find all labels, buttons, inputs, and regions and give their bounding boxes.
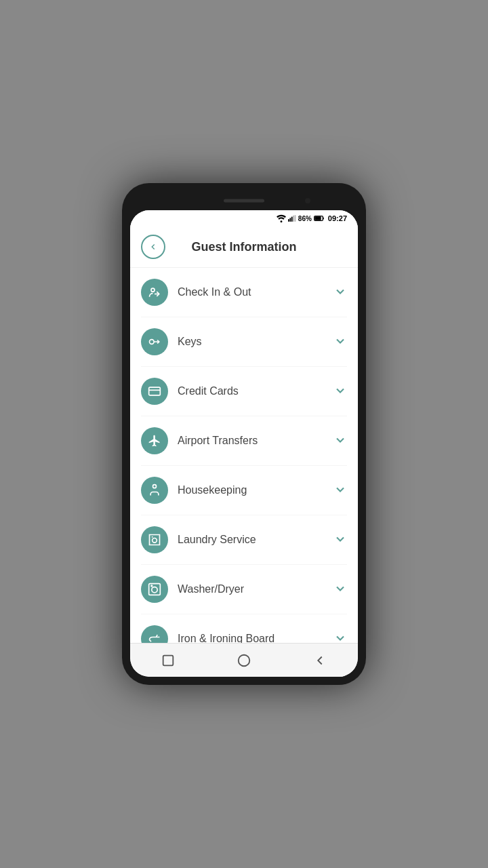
icon-washer-dryer <box>141 576 168 603</box>
phone-frame: 86% 09:27 Guest Information <box>122 183 366 685</box>
chevron-keys-icon <box>333 334 347 350</box>
menu-item-check-in-out[interactable]: Check In & Out <box>141 268 347 317</box>
icon-credit-cards <box>141 378 168 405</box>
menu-label-airport-transfers: Airport Transfers <box>178 435 333 447</box>
svg-rect-1 <box>288 219 289 222</box>
menu-label-laundry-service: Laundry Service <box>178 534 333 546</box>
menu-item-iron-ironing-board[interactable]: Iron & Ironing Board <box>141 614 347 643</box>
menu-label-iron-ironing-board: Iron & Ironing Board <box>178 633 333 643</box>
status-icons: 86% 09:27 <box>277 214 347 222</box>
chevron-airport-transfers-icon <box>333 433 347 449</box>
svg-rect-2 <box>289 218 291 221</box>
nav-back-button[interactable] <box>310 650 330 671</box>
icon-airport-transfers <box>141 427 168 454</box>
triangle-icon <box>312 653 327 668</box>
svg-point-14 <box>152 587 157 593</box>
menu-item-airport-transfers[interactable]: Airport Transfers <box>141 416 347 466</box>
svg-point-9 <box>150 340 155 344</box>
icon-iron-ironing-board <box>141 625 168 643</box>
svg-rect-10 <box>149 387 161 395</box>
svg-rect-7 <box>314 216 321 220</box>
phone-camera <box>305 198 310 203</box>
chevron-laundry-service-icon <box>333 532 347 548</box>
battery-icon <box>314 214 325 222</box>
chevron-credit-cards-icon <box>333 384 347 399</box>
nav-recent-button[interactable] <box>158 650 178 671</box>
square-icon <box>161 653 176 668</box>
menu-item-washer-dryer[interactable]: Washer/Dryer <box>141 565 347 614</box>
menu-label-check-in-out: Check In & Out <box>178 286 333 298</box>
status-bar: 86% 09:27 <box>130 210 358 226</box>
icon-laundry-service <box>141 526 168 553</box>
chevron-check-in-out-icon <box>333 285 347 300</box>
chevron-housekeeping-icon <box>333 483 347 498</box>
menu-item-laundry-service[interactable]: Laundry Service <box>141 515 347 565</box>
chevron-iron-ironing-board-icon <box>333 631 347 644</box>
time-display: 09:27 <box>328 214 347 222</box>
phone-top-bar <box>130 191 358 210</box>
phone-speaker <box>224 199 264 203</box>
menu-label-credit-cards: Credit Cards <box>178 385 333 397</box>
svg-rect-3 <box>291 217 293 222</box>
svg-rect-5 <box>294 215 296 222</box>
svg-point-0 <box>280 220 282 222</box>
menu-label-housekeeping: Housekeeping <box>178 484 333 496</box>
page-title: Guest Information <box>165 240 323 254</box>
chevron-washer-dryer-icon <box>333 582 347 597</box>
icon-keys <box>141 328 168 355</box>
circle-icon <box>237 653 251 668</box>
back-button[interactable] <box>141 235 165 259</box>
icon-check-in-out <box>141 279 168 306</box>
icon-housekeeping <box>141 477 168 504</box>
svg-rect-4 <box>293 216 294 222</box>
nav-bar <box>130 643 358 677</box>
svg-rect-21 <box>163 655 174 665</box>
menu-item-keys[interactable]: Keys <box>141 317 347 367</box>
menu-label-washer-dryer: Washer/Dryer <box>178 583 333 595</box>
back-icon <box>148 242 158 252</box>
app-header: Guest Information <box>130 226 358 268</box>
menu-item-housekeeping[interactable]: Housekeeping <box>141 466 347 515</box>
battery-pct: 86% <box>298 215 312 222</box>
signal-icon <box>288 214 296 222</box>
menu-item-credit-cards[interactable]: Credit Cards <box>141 367 347 416</box>
svg-point-15 <box>151 585 152 587</box>
svg-point-12 <box>152 538 157 543</box>
svg-point-8 <box>151 288 155 292</box>
wifi-icon <box>277 214 286 222</box>
phone-screen: 86% 09:27 Guest Information <box>130 210 358 677</box>
nav-home-button[interactable] <box>234 650 254 671</box>
svg-point-22 <box>239 654 250 666</box>
menu-label-keys: Keys <box>178 336 333 348</box>
menu-content: Check In & Out Keys Credit Cards <box>130 268 358 643</box>
